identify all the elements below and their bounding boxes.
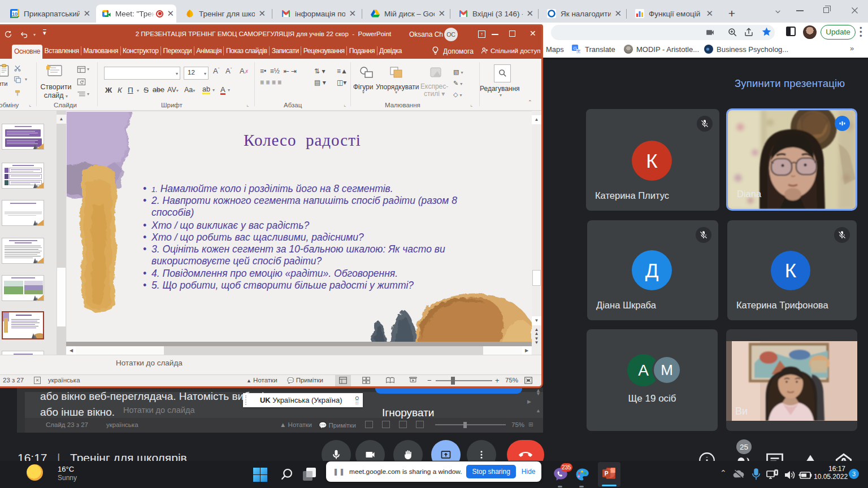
svg-text:P: P: [605, 470, 609, 477]
svg-text:文: 文: [577, 49, 581, 53]
svg-text:G: G: [573, 46, 576, 51]
svg-text:10: 10: [12, 11, 18, 17]
